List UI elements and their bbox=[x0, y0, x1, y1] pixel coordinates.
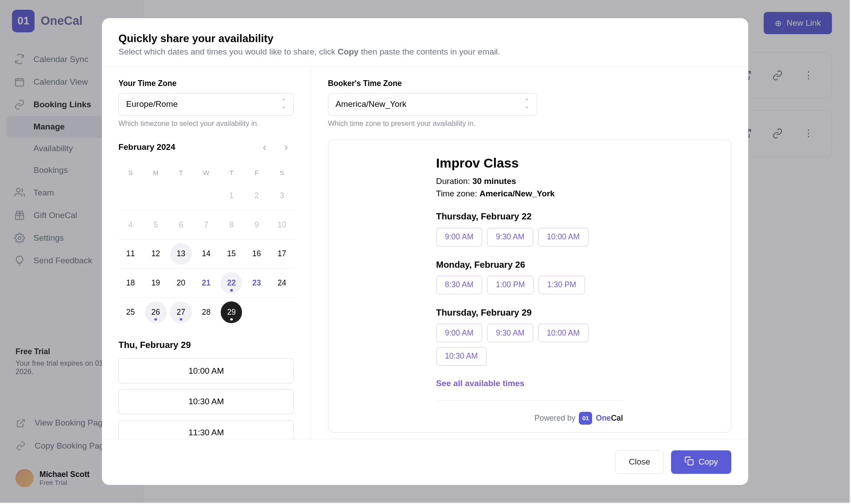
calendar-day[interactable]: 18 bbox=[120, 272, 141, 294]
calendar-day[interactable]: 14 bbox=[195, 243, 217, 265]
calendar-dayname: F bbox=[245, 164, 269, 181]
time-slot[interactable]: 10:30 AM bbox=[118, 389, 294, 414]
your-tz-hint: Which timezone to select your availabili… bbox=[118, 119, 294, 128]
calendar-day[interactable]: 13 bbox=[170, 243, 192, 265]
tz-value: America/New_York bbox=[336, 99, 406, 109]
calendar-month-year: February 2024 bbox=[118, 142, 175, 152]
calendar-day[interactable]: 7 bbox=[195, 214, 217, 236]
calendar-day[interactable]: 19 bbox=[145, 272, 167, 294]
modal-subtitle: Select which dates and times you would l… bbox=[118, 47, 731, 57]
calendar-dayname: S bbox=[270, 164, 294, 181]
preview-day-header: Monday, February 26 bbox=[436, 260, 623, 270]
preview-day-header: Thursday, February 22 bbox=[436, 211, 623, 222]
time-slot-chip[interactable]: 1:00 PM bbox=[487, 276, 534, 294]
email-preview: Improv Class Duration: 30 minutes Time z… bbox=[328, 140, 731, 433]
time-slot-chip[interactable]: 9:30 AM bbox=[487, 324, 533, 342]
preview-panel: Booker's Time Zone America/New_York ⌃⌄ W… bbox=[311, 67, 748, 439]
calendar-day bbox=[246, 301, 268, 323]
calendar-dayname: M bbox=[144, 164, 168, 181]
calendar-dayname: W bbox=[194, 164, 218, 181]
your-tz-select[interactable]: Europe/Rome ⌃⌄ bbox=[118, 93, 294, 116]
calendar-day[interactable]: 26 bbox=[145, 301, 167, 323]
time-slot-chip[interactable]: 9:00 AM bbox=[436, 228, 482, 246]
preview-timezone: Time zone: America/New_York bbox=[436, 189, 623, 199]
modal-overlay: Quickly share your availability Select w… bbox=[0, 0, 850, 503]
time-slot-chip[interactable]: 10:00 AM bbox=[538, 324, 589, 342]
calendar-day[interactable]: 21 bbox=[195, 272, 217, 294]
prev-month-button[interactable]: ‹ bbox=[257, 140, 273, 155]
see-all-times-link[interactable]: See all available times bbox=[436, 379, 623, 388]
calendar-day bbox=[195, 185, 217, 207]
chevron-updown-icon: ⌃⌄ bbox=[281, 99, 286, 109]
time-slot-chip[interactable]: 10:00 AM bbox=[538, 228, 589, 246]
calendar-day[interactable]: 4 bbox=[120, 214, 141, 236]
booker-tz-select[interactable]: America/New_York ⌃⌄ bbox=[328, 93, 538, 116]
time-slot[interactable]: 10:00 AM bbox=[118, 358, 294, 383]
close-button[interactable]: Close bbox=[615, 450, 664, 474]
calendar-day[interactable]: 1 bbox=[221, 185, 242, 207]
calendar-dayname: T bbox=[219, 164, 243, 181]
time-slot-chip[interactable]: 9:00 AM bbox=[436, 324, 482, 342]
next-month-button[interactable]: › bbox=[278, 140, 294, 155]
selected-date-header: Thu, February 29 bbox=[118, 340, 294, 350]
calendar-day[interactable]: 12 bbox=[145, 243, 167, 265]
copy-icon bbox=[684, 456, 694, 468]
chevron-updown-icon: ⌃⌄ bbox=[524, 99, 530, 109]
availability-picker: Your Time Zone Europe/Rome ⌃⌄ Which time… bbox=[102, 67, 312, 439]
preview-duration: Duration: 30 minutes bbox=[436, 176, 623, 186]
calendar-day[interactable]: 29 bbox=[221, 301, 242, 323]
copy-button[interactable]: Copy bbox=[671, 450, 731, 474]
calendar-day[interactable]: 22 bbox=[221, 272, 242, 294]
calendar-dayname: T bbox=[169, 164, 193, 181]
calendar-day[interactable]: 9 bbox=[246, 214, 268, 236]
booker-tz-hint: Which time zone to present your availabi… bbox=[328, 119, 538, 128]
preview-title: Improv Class bbox=[436, 156, 623, 171]
calendar-day[interactable]: 27 bbox=[170, 301, 192, 323]
your-tz-label: Your Time Zone bbox=[118, 79, 294, 88]
powered-by: Powered by 01 OneCal bbox=[436, 400, 623, 425]
powered-name: Cal bbox=[611, 414, 623, 422]
calendar-day[interactable]: 8 bbox=[221, 214, 242, 236]
calendar-day bbox=[120, 185, 141, 207]
time-slot-chip[interactable]: 1:30 PM bbox=[539, 276, 585, 294]
calendar-day[interactable]: 17 bbox=[271, 243, 293, 265]
booker-tz-label: Booker's Time Zone bbox=[328, 79, 538, 88]
calendar-day[interactable]: 20 bbox=[170, 272, 192, 294]
calendar-day[interactable]: 6 bbox=[170, 214, 192, 236]
time-slot-chip[interactable]: 8:30 AM bbox=[436, 276, 482, 294]
calendar-day[interactable]: 16 bbox=[246, 243, 268, 265]
calendar-grid: SMTWTFS123456789101112131415161718192021… bbox=[118, 164, 294, 325]
calendar-day[interactable]: 5 bbox=[145, 214, 167, 236]
calendar-day bbox=[271, 301, 293, 323]
calendar-day[interactable]: 2 bbox=[246, 185, 268, 207]
calendar-day bbox=[170, 185, 192, 207]
share-availability-modal: Quickly share your availability Select w… bbox=[102, 18, 748, 485]
calendar-day[interactable]: 11 bbox=[120, 243, 141, 265]
preview-day-header: Thursday, February 29 bbox=[436, 308, 623, 318]
calendar-day[interactable]: 3 bbox=[271, 185, 293, 207]
logo-icon: 01 bbox=[579, 412, 592, 425]
time-slot-chip[interactable]: 9:30 AM bbox=[487, 228, 533, 246]
calendar-day[interactable]: 23 bbox=[246, 272, 268, 294]
calendar-day[interactable]: 28 bbox=[195, 301, 217, 323]
calendar-day[interactable]: 10 bbox=[271, 214, 293, 236]
calendar-dayname: S bbox=[118, 164, 142, 181]
button-label: Copy bbox=[699, 457, 718, 467]
time-slot-chip[interactable]: 10:30 AM bbox=[436, 347, 487, 366]
tz-value: Europe/Rome bbox=[126, 99, 178, 109]
time-slot[interactable]: 11:30 AM bbox=[118, 420, 294, 439]
svg-rect-3 bbox=[688, 460, 693, 465]
calendar-day[interactable]: 15 bbox=[221, 243, 242, 265]
calendar-day[interactable]: 25 bbox=[120, 301, 141, 323]
calendar-day bbox=[145, 185, 167, 207]
modal-title: Quickly share your availability bbox=[118, 32, 731, 45]
calendar-day[interactable]: 24 bbox=[271, 272, 293, 294]
